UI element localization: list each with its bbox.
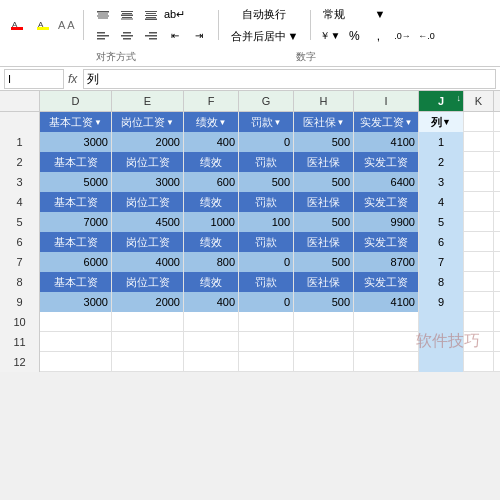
corner-cell[interactable] <box>0 91 40 111</box>
cell-I9[interactable]: 4100 <box>354 292 419 312</box>
comma-icon[interactable]: , <box>367 26 389 46</box>
merge-center-button[interactable]: 合并后居中 ▼ <box>227 26 303 46</box>
col-header-I[interactable]: I <box>354 91 419 111</box>
cell-D12[interactable] <box>40 352 112 372</box>
cell-I12[interactable] <box>354 352 419 372</box>
cell-F1[interactable]: 400 <box>184 132 239 152</box>
cell-K10[interactable] <box>464 312 494 332</box>
row-header-0[interactable] <box>0 112 40 132</box>
filter-arrow-D[interactable]: ▼ <box>94 118 102 127</box>
col-header-H[interactable]: H <box>294 91 354 111</box>
cell-D4[interactable]: 基本工资 <box>40 192 112 212</box>
cell-E7[interactable]: 4000 <box>112 252 184 272</box>
cell-E3[interactable]: 3000 <box>112 172 184 192</box>
cell-K0[interactable] <box>464 112 494 132</box>
align-center-icon[interactable] <box>116 26 138 46</box>
cell-F0[interactable]: 绩效▼ <box>184 112 239 132</box>
cell-H12[interactable] <box>294 352 354 372</box>
row-header-8[interactable]: 8 <box>0 272 40 292</box>
wrap-text-button[interactable]: 自动换行 <box>227 4 303 24</box>
cell-I1[interactable]: 4100 <box>354 132 419 152</box>
cell-J6[interactable]: 6 <box>419 232 464 252</box>
cell-J11[interactable] <box>419 332 464 352</box>
cell-K9[interactable] <box>464 292 494 312</box>
cell-H2[interactable]: 医社保 <box>294 152 354 172</box>
cell-F2[interactable]: 绩效 <box>184 152 239 172</box>
row-header-1[interactable]: 1 <box>0 132 40 152</box>
row-header-5[interactable]: 5 <box>0 212 40 232</box>
cell-J7[interactable]: 7 <box>419 252 464 272</box>
filter-arrow-H[interactable]: ▼ <box>337 118 345 127</box>
cell-D6[interactable]: 基本工资 <box>40 232 112 252</box>
filter-arrow-G[interactable]: ▼ <box>274 118 282 127</box>
cell-E10[interactable] <box>112 312 184 332</box>
row-header-7[interactable]: 7 <box>0 252 40 272</box>
text-direction-icon[interactable]: ab↵ <box>164 5 186 25</box>
col-header-E[interactable]: E <box>112 91 184 111</box>
col-header-D[interactable]: D <box>40 91 112 111</box>
cell-E2[interactable]: 岗位工资 <box>112 152 184 172</box>
cell-J4[interactable]: 4 <box>419 192 464 212</box>
cell-I0[interactable]: 实发工资▼ <box>354 112 419 132</box>
col-header-K[interactable]: K <box>464 91 494 111</box>
cell-H11[interactable] <box>294 332 354 352</box>
cell-J9[interactable]: 9 <box>419 292 464 312</box>
row-header-3[interactable]: 3 <box>0 172 40 192</box>
cell-E11[interactable] <box>112 332 184 352</box>
cell-K12[interactable] <box>464 352 494 372</box>
indent-increase-icon[interactable]: ⇥ <box>188 26 210 46</box>
decimal-dec-icon[interactable]: ←.0 <box>415 26 437 46</box>
col-filter-icon[interactable]: ▼ <box>442 117 451 127</box>
cell-H1[interactable]: 500 <box>294 132 354 152</box>
cell-D0[interactable]: 基本工资▼ <box>40 112 112 132</box>
cell-J5[interactable]: 5 <box>419 212 464 232</box>
highlight-icon[interactable]: A <box>32 15 54 35</box>
row-header-2[interactable]: 2 <box>0 152 40 172</box>
cell-G8[interactable]: 罚款 <box>239 272 294 292</box>
cell-E9[interactable]: 2000 <box>112 292 184 312</box>
percent-icon[interactable]: % <box>343 26 365 46</box>
cell-H7[interactable]: 500 <box>294 252 354 272</box>
cell-D8[interactable]: 基本工资 <box>40 272 112 292</box>
cell-F3[interactable]: 600 <box>184 172 239 192</box>
cell-D7[interactable]: 6000 <box>40 252 112 272</box>
row-header-11[interactable]: 11 <box>0 332 40 352</box>
cell-F10[interactable] <box>184 312 239 332</box>
cell-I3[interactable]: 6400 <box>354 172 419 192</box>
cell-G3[interactable]: 500 <box>239 172 294 192</box>
cell-G4[interactable]: 罚款 <box>239 192 294 212</box>
filter-arrow-F[interactable]: ▼ <box>219 118 227 127</box>
cell-I11[interactable] <box>354 332 419 352</box>
cell-H4[interactable]: 医社保 <box>294 192 354 212</box>
cell-G7[interactable]: 0 <box>239 252 294 272</box>
cell-G5[interactable]: 100 <box>239 212 294 232</box>
cell-E6[interactable]: 岗位工资 <box>112 232 184 252</box>
cell-G6[interactable]: 罚款 <box>239 232 294 252</box>
cell-E0[interactable]: 岗位工资▼ <box>112 112 184 132</box>
indent-decrease-icon[interactable]: ⇤ <box>164 26 186 46</box>
cell-D10[interactable] <box>40 312 112 332</box>
cell-E12[interactable] <box>112 352 184 372</box>
font-color-icon[interactable]: A <box>6 15 28 35</box>
align-bottom-icon[interactable] <box>140 5 162 25</box>
cell-H9[interactable]: 500 <box>294 292 354 312</box>
cell-K7[interactable] <box>464 252 494 272</box>
cell-H10[interactable] <box>294 312 354 332</box>
cell-I8[interactable]: 实发工资 <box>354 272 419 292</box>
cell-E4[interactable]: 岗位工资 <box>112 192 184 212</box>
cell-G9[interactable]: 0 <box>239 292 294 312</box>
cell-I7[interactable]: 8700 <box>354 252 419 272</box>
cell-J12[interactable] <box>419 352 464 372</box>
cell-F7[interactable]: 800 <box>184 252 239 272</box>
row-header-9[interactable]: 9 <box>0 292 40 312</box>
cell-K11[interactable] <box>464 332 494 352</box>
cell-E1[interactable]: 2000 <box>112 132 184 152</box>
cell-E8[interactable]: 岗位工资 <box>112 272 184 292</box>
cell-I5[interactable]: 9900 <box>354 212 419 232</box>
currency-icon[interactable]: ￥▼ <box>319 26 341 46</box>
row-header-6[interactable]: 6 <box>0 232 40 252</box>
filter-arrow-E[interactable]: ▼ <box>166 118 174 127</box>
cell-D9[interactable]: 3000 <box>40 292 112 312</box>
cell-D5[interactable]: 7000 <box>40 212 112 232</box>
col-header-J[interactable]: J ↓ <box>419 91 464 111</box>
